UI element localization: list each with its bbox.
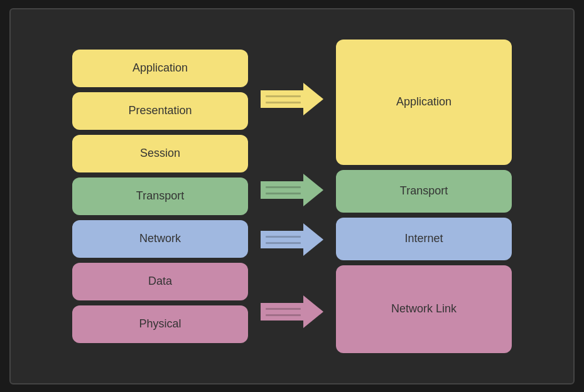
pink-arrow-head — [303, 295, 323, 328]
tcpip-transport-layer: Transport — [336, 170, 512, 213]
osi-column: Application Presentation Session Transpo… — [72, 50, 248, 343]
green-arrow-body — [261, 181, 306, 199]
blue-arrow-container — [261, 218, 323, 261]
yellow-arrow — [261, 83, 323, 115]
osi-data-layer: Data — [72, 263, 248, 300]
osi-transport-layer: Transport — [72, 177, 248, 215]
yellow-arrow-body — [261, 90, 306, 108]
green-arrow-head — [303, 174, 323, 206]
osi-tcpip-diagram: Application Presentation Session Transpo… — [9, 8, 575, 384]
yellow-arrow-container — [261, 36, 323, 162]
arrows-column — [248, 33, 336, 359]
osi-application-layer: Application — [72, 50, 248, 87]
pink-arrow — [261, 295, 323, 328]
tcpip-application-layer: Application — [336, 40, 512, 165]
osi-physical-layer: Physical — [72, 305, 248, 343]
green-arrow-container — [261, 169, 323, 211]
pink-arrow-container — [261, 268, 323, 356]
osi-session-layer: Session — [72, 135, 248, 172]
pink-arrow-body — [261, 303, 306, 320]
green-arrow — [261, 174, 323, 206]
tcpip-networklink-layer: Network Link — [336, 265, 512, 353]
tcpip-internet-layer: Internet — [336, 218, 512, 260]
osi-presentation-layer: Presentation — [72, 92, 248, 130]
blue-arrow — [261, 223, 323, 256]
tcpip-column: Application Transport Internet Network L… — [336, 40, 512, 353]
osi-network-layer: Network — [72, 220, 248, 258]
yellow-arrow-head — [303, 83, 323, 115]
blue-arrow-body — [261, 231, 306, 248]
blue-arrow-head — [303, 223, 323, 256]
